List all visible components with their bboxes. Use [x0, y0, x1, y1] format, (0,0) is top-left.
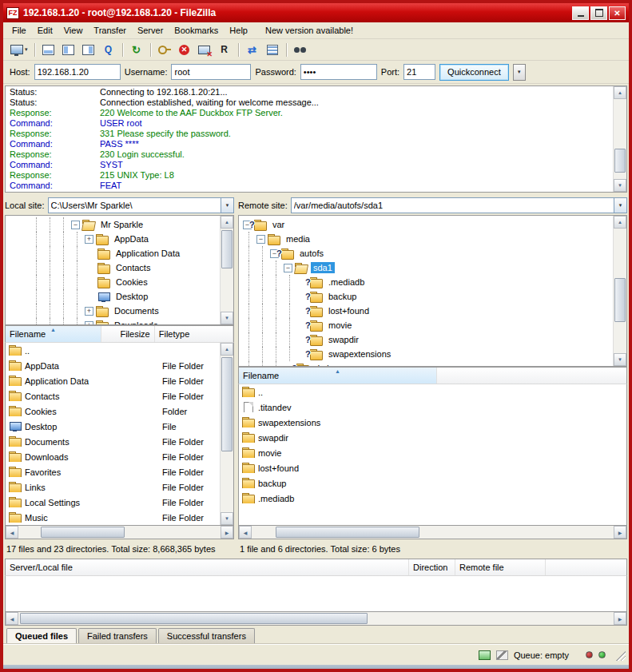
tree-item-application-data[interactable]: Application Data — [26, 246, 220, 260]
reconnect-button[interactable]: R — [215, 41, 234, 58]
toggle-message-log-button[interactable] — [39, 41, 58, 58]
scroll-right-button[interactable] — [221, 526, 233, 539]
local-tree-scrollbar[interactable] — [220, 216, 233, 324]
resize-grip[interactable] — [614, 650, 626, 661]
column-header-server-local-file[interactable]: Server/Local file — [6, 559, 409, 575]
menu-bookmarks[interactable]: Bookmarks — [169, 23, 224, 38]
column-header-filename[interactable]: Filename — [6, 326, 101, 342]
menu-server[interactable]: Server — [132, 23, 169, 38]
local-path-input[interactable] — [48, 197, 221, 213]
local-list-scrollbar[interactable] — [220, 343, 233, 525]
minimize-button[interactable] — [572, 6, 589, 20]
process-queue-button[interactable] — [155, 41, 174, 58]
log-scrollbar[interactable] — [613, 86, 626, 192]
file-row-local-settings[interactable]: Local SettingsFile Folder — [6, 495, 220, 510]
tab-successful-transfers[interactable]: Successful transfers — [158, 628, 255, 644]
tree-item-autofs[interactable]: −?autofs — [239, 246, 613, 260]
scroll-up-button[interactable] — [221, 216, 233, 229]
tree-item-movie[interactable]: ?movie — [239, 318, 613, 332]
file-row-swapextensions[interactable]: swapextensions — [239, 415, 626, 430]
file-row-music[interactable]: MusicFile Folder — [6, 510, 220, 525]
quickconnect-button[interactable]: Quickconnect — [439, 64, 509, 81]
column-header-filesize[interactable]: Filesize — [101, 326, 155, 342]
scroll-right-button[interactable] — [614, 526, 626, 539]
tree-item-swapdir[interactable]: ?swapdir — [239, 332, 613, 347]
menu-view[interactable]: View — [58, 23, 89, 38]
new-version-notice[interactable]: New version available! — [260, 23, 359, 38]
file-row-appdata[interactable]: AppDataFile Folder — [6, 358, 220, 373]
menu-transfer[interactable]: Transfer — [88, 23, 132, 38]
file-row-favorites[interactable]: FavoritesFile Folder — [6, 464, 220, 479]
site-manager-button[interactable]: ▾ — [7, 41, 30, 58]
scroll-track[interactable] — [614, 99, 626, 179]
file-row-backup[interactable]: backup — [239, 475, 626, 491]
file-row-documents[interactable]: DocumentsFile Folder — [6, 434, 220, 449]
collapse-icon[interactable]: − — [256, 235, 265, 244]
password-input[interactable] — [300, 64, 377, 80]
tree-item-desktop[interactable]: Desktop — [26, 289, 220, 304]
titlebar[interactable]: 192.168.1.20 - root@192.168.1.20 - FileZ… — [3, 3, 629, 22]
scroll-track[interactable] — [221, 356, 233, 512]
tree-item-backup[interactable]: ?backup — [239, 289, 613, 304]
queue-hscrollbar[interactable] — [5, 612, 627, 626]
tree-item-mediadb[interactable]: ?.mediadb — [239, 275, 613, 289]
tree-item-downloads[interactable]: +Downloads — [26, 318, 220, 324]
directory-comparison-button[interactable] — [263, 41, 282, 58]
tree-item-var[interactable]: −?var — [239, 217, 613, 232]
synchronized-browsing-button[interactable]: ⇄ — [243, 41, 262, 58]
toggle-local-tree-button[interactable] — [59, 41, 78, 58]
toggle-queue-button[interactable]: Q — [99, 41, 118, 58]
file-row-titandev[interactable]: .titandev — [239, 400, 626, 415]
expand-icon[interactable]: + — [85, 235, 93, 244]
file-row-up[interactable]: .. — [239, 384, 626, 400]
column-header-filename[interactable]: Filename — [239, 368, 437, 384]
close-button[interactable] — [609, 6, 626, 20]
collapse-icon[interactable]: − — [71, 221, 80, 229]
scroll-down-button[interactable] — [221, 312, 233, 324]
username-input[interactable] — [171, 64, 251, 80]
local-list-hscrollbar[interactable] — [5, 526, 234, 539]
toggle-remote-tree-button[interactable] — [79, 41, 98, 58]
file-row-swapdir[interactable]: swapdir — [239, 430, 626, 445]
scroll-right-button[interactable] — [614, 612, 626, 625]
remote-list-hscrollbar[interactable] — [238, 526, 627, 539]
local-path-dropdown-button[interactable] — [221, 197, 234, 213]
scroll-track[interactable] — [252, 526, 614, 539]
column-header-remote-file[interactable]: Remote file — [455, 559, 546, 575]
file-row-movie[interactable]: movie — [239, 445, 626, 460]
scroll-thumb[interactable] — [20, 613, 368, 624]
tree-item-appdata[interactable]: +AppData — [26, 232, 220, 246]
scroll-down-button[interactable] — [614, 353, 626, 366]
file-row-cookies[interactable]: CookiesFolder — [6, 404, 220, 419]
refresh-button[interactable]: ↻ — [127, 41, 146, 58]
tree-item-mr-sparkle[interactable]: −Mr Sparkle — [26, 217, 220, 232]
tree-item-documents[interactable]: +Documents — [26, 304, 220, 318]
quickconnect-dropdown-button[interactable] — [513, 64, 526, 81]
tree-item-dvd[interactable]: ?dvd — [239, 361, 613, 366]
scroll-left-button[interactable] — [6, 526, 18, 539]
column-header-filetype[interactable]: Filetype — [155, 326, 233, 342]
scroll-track[interactable] — [221, 229, 233, 312]
scroll-left-button[interactable] — [239, 526, 252, 539]
file-row-application-data[interactable]: Application DataFile Folder — [6, 373, 220, 388]
scroll-thumb[interactable] — [614, 149, 626, 173]
expand-icon[interactable]: + — [85, 307, 93, 316]
tree-item-lost-found[interactable]: ?lost+found — [239, 304, 613, 318]
scroll-track[interactable] — [614, 229, 626, 353]
file-row-contacts[interactable]: ContactsFile Folder — [6, 388, 220, 404]
maximize-button[interactable] — [590, 6, 607, 20]
file-row-downloads[interactable]: DownloadsFile Folder — [6, 449, 220, 464]
scroll-thumb[interactable] — [41, 527, 125, 538]
file-search-button[interactable] — [291, 41, 310, 58]
menu-file[interactable]: File — [6, 23, 32, 38]
column-header-direction[interactable]: Direction — [409, 559, 455, 575]
collapse-icon[interactable]: − — [284, 264, 292, 272]
remote-path-dropdown-button[interactable] — [614, 197, 627, 213]
scroll-up-button[interactable] — [614, 216, 626, 229]
tree-item-contacts[interactable]: Contacts — [26, 260, 220, 275]
menu-help[interactable]: Help — [224, 23, 253, 38]
tab-queued-files[interactable]: Queued files — [6, 628, 77, 644]
file-row-lost-found[interactable]: lost+found — [239, 460, 626, 475]
host-input[interactable] — [34, 64, 121, 80]
scroll-track[interactable] — [18, 612, 614, 625]
